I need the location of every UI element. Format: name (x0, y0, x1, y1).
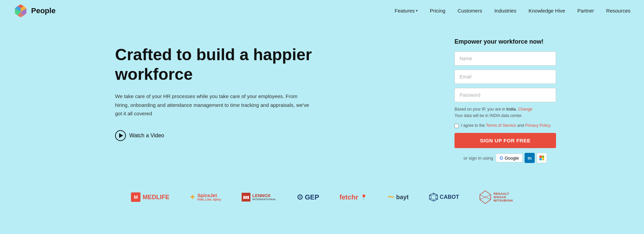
nav-resources[interactable]: Resources (606, 8, 630, 14)
google-label: Google (505, 156, 519, 161)
or-signin-text: or sign in using (464, 156, 493, 161)
signup-form-container: Empower your workforce now! Based on you… (454, 35, 556, 163)
microsoft-signin-button[interactable] (537, 153, 547, 163)
chevron-down-icon: ▾ (416, 9, 418, 13)
play-icon (115, 130, 126, 141)
lennox-logo: ▮▮▮ LENNOX INTERNATIONAL (242, 193, 276, 202)
agree-checkbox[interactable] (454, 124, 459, 128)
gep-logo: ⊙ GEP (297, 193, 319, 202)
google-icon: G (499, 155, 503, 161)
geo-text-1: Based on your IP, you are in (454, 107, 506, 112)
bayt-wing-icon: 〜 (387, 193, 394, 202)
geo-country: India (506, 107, 516, 112)
signin-icons: G Google in (496, 153, 547, 163)
hero-section: Crafted to build a happier workforce We … (115, 35, 427, 141)
spicejet-name: SpiceJet (197, 193, 221, 198)
play-triangle (119, 133, 123, 138)
password-input[interactable] (454, 88, 556, 102)
medlife-name: MEDLIFE (142, 194, 169, 201)
bayt-logo: 〜 bayt (387, 193, 409, 202)
bayt-name: bayt (396, 194, 409, 201)
medlife-logo: M MEDLIFE (131, 192, 169, 202)
google-signin-button[interactable]: G Google (496, 154, 523, 162)
agree-text: I agree to the Terms of Service and Priv… (461, 123, 551, 128)
rnm-logo: RENAULTNISSANMITSUBISHI (479, 190, 513, 204)
terms-link[interactable]: Terms of Service (486, 123, 516, 128)
linkedin-signin-button[interactable]: in (525, 153, 535, 163)
watch-video-label: Watch a Video (129, 133, 164, 139)
nav-customers[interactable]: Customers (458, 8, 482, 14)
lennox-icon: ▮▮▮ (242, 193, 250, 202)
linkedin-icon: in (528, 156, 532, 161)
navbar: People Features ▾ Pricing Customers Indu… (0, 0, 644, 21)
geo-change-link[interactable]: Change (518, 107, 532, 112)
cabot-logo: CABOT (429, 193, 459, 202)
lennox-name: LENNOX (252, 193, 276, 198)
or-signin-row: or sign in using G Google in (454, 153, 556, 163)
svg-marker-2 (431, 194, 436, 200)
main-content: Crafted to build a happier workforce We … (0, 21, 644, 177)
rnm-name: RENAULTNISSANMITSUBISHI (493, 192, 513, 202)
spicejet-logo: ✦ SpiceJet Feel, Live, Spicy (190, 193, 221, 202)
nav-partner[interactable]: Partner (577, 8, 594, 14)
logo-link[interactable]: People (14, 4, 55, 18)
nav-pricing[interactable]: Pricing (430, 8, 445, 14)
logos-strip: M MEDLIFE ✦ SpiceJet Feel, Live, Spicy ▮… (0, 180, 644, 214)
hero-title: Crafted to build a happier workforce (115, 45, 318, 84)
nav-links: Features ▾ Pricing Customers Industries … (395, 8, 630, 14)
nav-knowledge-hive[interactable]: Knowledge Hive (529, 8, 565, 14)
fetchr-logo: fetchr 📍 (339, 193, 367, 201)
cabot-name: CABOT (440, 194, 459, 200)
brand-name: People (31, 6, 55, 15)
gep-name: GEP (305, 193, 319, 201)
lennox-sub: INTERNATIONAL (252, 198, 276, 201)
spicejet-tagline: Feel, Live, Spicy (197, 198, 221, 202)
name-input[interactable] (454, 51, 556, 66)
form-title: Empower your workforce now! (454, 38, 556, 45)
privacy-link[interactable]: Privacy Policy (525, 123, 550, 128)
microsoft-icon (539, 156, 544, 160)
gep-circle-icon: ⊙ (297, 193, 303, 202)
nav-industries[interactable]: Industries (494, 8, 516, 14)
people-logo-icon (14, 4, 28, 18)
nav-features[interactable]: Features ▾ (395, 8, 418, 14)
fetchr-pin-icon: 📍 (360, 194, 367, 201)
geo-text-2: Your data will be in INDIA data center. (454, 113, 523, 118)
medlife-icon: M (131, 192, 140, 202)
fetchr-name: fetchr (339, 193, 358, 201)
agree-row: I agree to the Terms of Service and Priv… (454, 123, 556, 128)
watch-video-button[interactable]: Watch a Video (115, 130, 164, 141)
geo-info: Based on your IP, you are in India. Chan… (454, 106, 556, 119)
spicejet-icon: ✦ (190, 193, 195, 201)
signup-button[interactable]: SIGN UP FOR FREE (454, 133, 556, 148)
hero-description: We take care of your HR processes while … (115, 92, 311, 118)
cabot-icon (429, 193, 438, 202)
rnm-icon (479, 190, 491, 204)
email-input[interactable] (454, 70, 556, 84)
